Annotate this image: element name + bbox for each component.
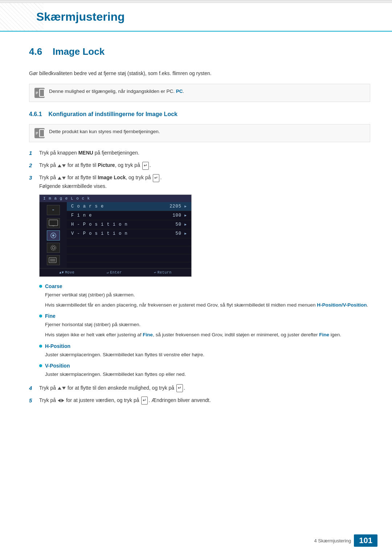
- bullet-coarse-title: Coarse: [39, 283, 370, 289]
- step-5: 5 Tryk på for at justere værdien, og try…: [29, 396, 370, 405]
- step-2: 2 Tryk på for at flytte til Picture, og …: [29, 161, 370, 170]
- menu-row-empty2: [67, 246, 191, 254]
- menu-row-hposition: H - P o s i t i o n 50 ►: [67, 220, 191, 229]
- step-1: 1 Tryk på knappen MENU på fjernbetjening…: [29, 149, 370, 157]
- note-text-2: Dette produkt kan kun styres med fjernbe…: [49, 128, 160, 135]
- subsection-title: 4.6.1 Konfiguration af indstillingerne f…: [29, 111, 370, 118]
- svg-point-13: [52, 247, 54, 249]
- menu-footer: ▲▼ Move ↵ Enter ↩ Return: [40, 268, 191, 276]
- bullet-label-fine: Fine: [45, 313, 56, 319]
- option-fine: Fine Fjerner horisontal støj (striber) p…: [39, 313, 370, 338]
- option-coarse: Coarse Fjerner vertikal støj (striber) p…: [39, 283, 370, 309]
- bullet-label-vposition: V-Position: [45, 363, 70, 369]
- bullet-label-hposition: H-Position: [45, 343, 70, 349]
- menu-content: C o a r s e 2205 ► F i n e 100 ► H - P o…: [67, 202, 191, 268]
- coarse-desc2: Hvis skærmbilledet får en anden placerin…: [45, 301, 370, 309]
- menu-icon-gear: [47, 243, 60, 253]
- menu-footer-enter: ↵ Enter: [107, 270, 122, 275]
- svg-rect-8: [49, 220, 58, 226]
- page-footer: 4 Skærmjustering 101: [314, 534, 377, 547]
- step-3: 3 Tryk på for at flytte til Image Lock, …: [29, 173, 370, 190]
- menu-icon-tv: [47, 218, 60, 228]
- page-header: Skærmjustering: [0, 3, 392, 32]
- pencil-icon: [34, 89, 39, 97]
- menu-footer-return: ↩ Return: [154, 270, 172, 275]
- coarse-desc1: Fjerner vertikal støj (striber) på skærm…: [45, 291, 370, 299]
- note-box-2: Dette produkt kan kun styres med fjernbe…: [29, 124, 370, 142]
- section-number: 4.6: [29, 46, 42, 57]
- menu-row-coarse: C o a r s e 2205 ►: [67, 202, 191, 211]
- steps-list-2: 4 Tryk på for at flytte til den ønskede …: [29, 384, 370, 405]
- bullet-dot-hposition: [39, 345, 42, 348]
- note-pencil-icon: [34, 129, 39, 137]
- bullet-dot-vposition: [39, 364, 42, 367]
- menu-footer-move: ▲▼ Move: [59, 270, 74, 275]
- footer-page-number: 101: [354, 534, 377, 547]
- note-icon-2: [34, 128, 45, 138]
- footer-section-label: 4 Skærmjustering: [314, 538, 351, 543]
- bullet-dot-coarse: [39, 285, 42, 288]
- fine-desc2: Hvis støjen ikke er helt væk efter juste…: [45, 331, 370, 339]
- menu-icon-display: [47, 255, 60, 265]
- menu-body: ⬌: [40, 202, 191, 268]
- menu-row-vposition: V - P o s i t i o n 50 ►: [67, 229, 191, 238]
- bullet-dot-fine: [39, 315, 42, 317]
- option-vposition: V-Position Juster skærmplaceringen. Skær…: [39, 363, 370, 378]
- menu-arrow-icon: ⬌: [47, 205, 60, 215]
- bullet-fine-title: Fine: [39, 313, 370, 319]
- menu-row-empty3: [67, 254, 191, 262]
- menu-titlebar: I m a g e L o c k: [40, 195, 191, 202]
- option-hposition: H-Position Juster skærmplaceringen. Skær…: [39, 343, 370, 359]
- svg-point-14: [51, 245, 56, 250]
- page-container: Skærmjustering 4.6 Image Lock Gør billed…: [0, 0, 392, 554]
- menu-screenshot: I m a g e L o c k ⬌: [39, 194, 192, 277]
- svg-point-12: [52, 234, 54, 237]
- section-title: 4.6 Image Lock: [29, 46, 370, 60]
- menu-row-empty1: [67, 238, 191, 246]
- step-4: 4 Tryk på for at flytte til den ønskede …: [29, 384, 370, 393]
- svg-rect-16: [50, 259, 55, 262]
- note-icon-1: [34, 88, 45, 98]
- top-decorative-bar: [0, 0, 392, 3]
- bullet-hposition-title: H-Position: [39, 343, 370, 349]
- intro-text: Gør billedkvaliteten bedre ved at fjerne…: [29, 69, 370, 77]
- bullet-label-coarse: Coarse: [45, 283, 62, 289]
- options-list: Coarse Fjerner vertikal støj (striber) p…: [39, 283, 370, 378]
- note-box-1: Denne mulighed er tilgængelig, når indga…: [29, 84, 370, 102]
- steps-list-1: 1 Tryk på knappen MENU på fjernbetjening…: [29, 149, 370, 190]
- hposition-desc1: Juster skærmplaceringen. Skærmbilledet k…: [45, 351, 370, 359]
- menu-row-fine: F i n e 100 ►: [67, 211, 191, 220]
- note-text-1: Denne mulighed er tilgængelig, når indga…: [49, 88, 184, 95]
- bullet-vposition-title: V-Position: [39, 363, 370, 369]
- menu-icon-circle: [47, 230, 60, 241]
- page-title: Skærmjustering: [0, 3, 392, 31]
- vposition-desc1: Juster skærmplaceringen. Skærmbilledet k…: [45, 370, 370, 378]
- fine-desc1: Fjerner horisontal støj (striber) på skæ…: [45, 321, 370, 329]
- section-name: Image Lock: [53, 46, 105, 57]
- menu-sidebar: ⬌: [40, 202, 67, 268]
- content-area: 4.6 Image Lock Gør billedkvaliteten bedr…: [0, 42, 392, 430]
